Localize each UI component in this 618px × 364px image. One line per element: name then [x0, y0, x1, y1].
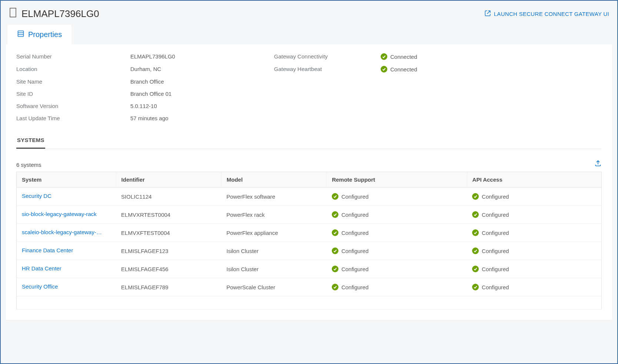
cell-identifier: ELMISLFAGEF123 [116, 242, 221, 260]
subtab-systems[interactable]: SYSTEMS [16, 132, 45, 149]
check-icon [332, 247, 338, 254]
tab-properties[interactable]: Properties [7, 25, 71, 44]
check-icon [472, 193, 479, 200]
col-header-api-access[interactable]: API Access [467, 172, 601, 188]
cell-identifier: ELMVXRTEST0004 [116, 206, 221, 224]
check-icon [381, 53, 387, 60]
properties-panel: Serial Number ELMAPL7396LG0 Gateway Conn… [6, 44, 612, 320]
check-icon [381, 66, 387, 73]
system-link[interactable]: Finance Data Center [22, 247, 73, 253]
cell-remote-support: Configured [332, 284, 462, 290]
col-header-model[interactable]: Model [221, 172, 326, 188]
cell-identifier: ELMVXFTEST0004 [116, 224, 221, 242]
cell-api-access: Configured [472, 193, 596, 200]
table-row: Security Office ELMISLFAGEF789 PowerScal… [17, 278, 602, 296]
properties-icon [17, 30, 24, 39]
label-gateway-heartbeat: Gateway Heartbeat [274, 66, 378, 73]
svg-rect-0 [10, 8, 16, 17]
value-serial-number: ELMAPL7396LG0 [130, 53, 271, 60]
cell-remote-support: Configured [332, 247, 462, 254]
export-button[interactable] [594, 159, 602, 168]
server-icon [9, 7, 17, 20]
system-link[interactable]: sio-block-legacy-gateway-rack [22, 211, 97, 217]
col-header-system[interactable]: System [17, 172, 116, 188]
col-header-identifier[interactable]: Identifier [116, 172, 221, 188]
col-header-remote-support[interactable]: Remote Support [327, 172, 467, 188]
table-row: sio-block-legacy-gateway-rack ELMVXRTEST… [17, 206, 602, 224]
table-row: scaleio-block-legacy-gateway-ap… ELMVXFT… [17, 224, 602, 242]
value-software-version: 5.0.112-10 [130, 103, 271, 109]
cell-api-access: Configured [472, 284, 596, 290]
value-last-update-time: 57 minutes ago [130, 115, 271, 121]
check-icon [332, 284, 338, 290]
table-row-blank [17, 296, 602, 310]
cell-model: PowerFlex rack [221, 206, 326, 224]
value-site-name: Branch Office [130, 78, 271, 85]
gateway-heartbeat-text: Connected [390, 66, 417, 73]
page-title: ELMAPL7396LG0 [21, 8, 99, 20]
label-serial-number: Serial Number [16, 53, 127, 60]
label-gateway-connectivity: Gateway Connectivity [274, 53, 378, 60]
cell-api-access: Configured [472, 266, 596, 272]
cell-model: PowerScale Cluster [221, 278, 326, 296]
value-gateway-heartbeat: Connected [381, 66, 602, 73]
cell-remote-support: Configured [332, 229, 462, 236]
cell-model: Isilon Cluster [221, 260, 326, 278]
cell-identifier: SIOLIC1124 [116, 188, 221, 206]
system-link[interactable]: scaleio-block-legacy-gateway-ap… [22, 229, 103, 235]
label-location: Location [16, 66, 127, 73]
system-link[interactable]: HR Data Center [22, 265, 61, 272]
check-icon [332, 211, 338, 218]
cell-model: PowerFlex software [221, 188, 326, 206]
launch-gateway-ui-link[interactable]: LAUNCH SECURE CONNECT GATEWAY UI [484, 10, 609, 18]
value-gateway-connectivity: Connected [381, 53, 602, 60]
cell-api-access: Configured [472, 211, 596, 218]
cell-api-access: Configured [472, 229, 596, 236]
launch-link-label: LAUNCH SECURE CONNECT GATEWAY UI [494, 11, 609, 17]
cell-model: PowerFlex appliance [221, 224, 326, 242]
label-last-update-time: Last Update Time [16, 115, 127, 121]
cell-model: Isilon Cluster [221, 242, 326, 260]
page-title-block: ELMAPL7396LG0 [9, 7, 99, 20]
cell-remote-support: Configured [332, 193, 462, 200]
table-row: HR Data Center ELMISLFAGEF456 Isilon Clu… [17, 260, 602, 278]
table-row: Security DC SIOLIC1124 PowerFlex softwar… [17, 188, 602, 206]
cell-api-access: Configured [472, 247, 596, 254]
cell-remote-support: Configured [332, 266, 462, 272]
table-row: Finance Data Center ELMISLFAGEF123 Isilo… [17, 242, 602, 260]
cell-identifier: ELMISLFAGEF456 [116, 260, 221, 278]
check-icon [472, 229, 479, 236]
external-link-icon [484, 10, 491, 18]
check-icon [332, 193, 338, 200]
system-link[interactable]: Security Office [22, 283, 58, 290]
check-icon [332, 266, 338, 272]
svg-rect-3 [18, 31, 24, 37]
cell-remote-support: Configured [332, 211, 462, 218]
check-icon [472, 247, 479, 254]
check-icon [332, 229, 338, 236]
check-icon [472, 284, 479, 290]
system-link[interactable]: Security DC [22, 193, 51, 199]
check-icon [472, 266, 479, 272]
value-location: Durham, NC [130, 66, 271, 73]
systems-count: 6 systems [16, 162, 41, 168]
gateway-connectivity-text: Connected [390, 54, 417, 60]
tab-properties-label: Properties [28, 30, 62, 39]
check-icon [472, 211, 479, 218]
label-site-name: Site Name [16, 78, 127, 85]
cell-identifier: ELMISLFAGEF789 [116, 278, 221, 296]
export-icon [594, 162, 602, 168]
label-software-version: Software Version [16, 103, 127, 109]
value-site-id: Branch Office 01 [130, 91, 271, 97]
systems-table: System Identifier Model Remote Support A… [16, 172, 602, 310]
properties-grid: Serial Number ELMAPL7396LG0 Gateway Conn… [16, 53, 602, 121]
label-site-id: Site ID [16, 91, 127, 97]
